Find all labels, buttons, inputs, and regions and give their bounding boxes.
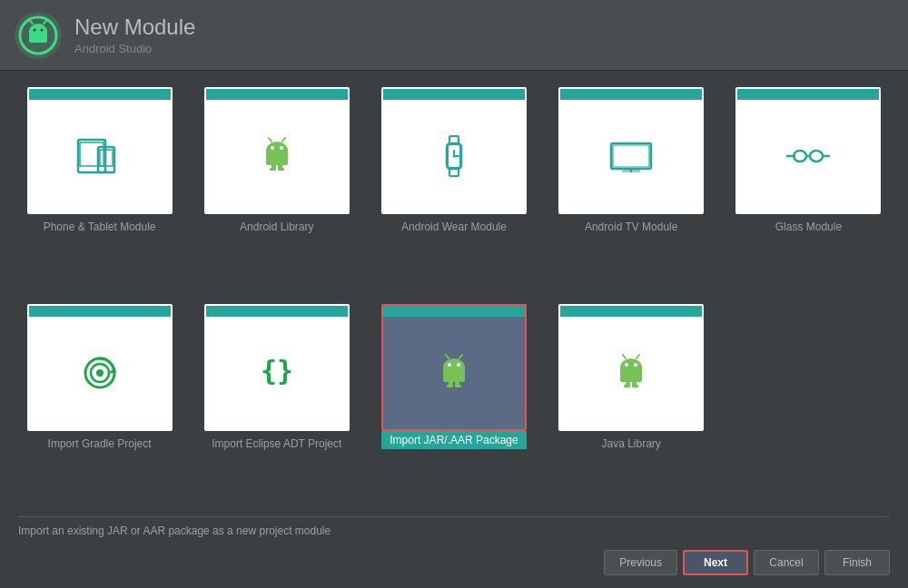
module-card-inner-android-wear (381, 87, 527, 214)
module-label-phone-tablet: Phone & Tablet Module (44, 220, 156, 233)
svg-rect-54 (455, 385, 461, 387)
module-card-inner-android-library (204, 87, 350, 214)
dialog-title: New Module (74, 15, 195, 41)
module-card-android-library[interactable]: Android Library (195, 87, 358, 293)
cancel-button[interactable]: Cancel (754, 550, 819, 575)
card-top-bar (29, 89, 171, 100)
module-card-inner-android-tv (558, 87, 704, 214)
gradle-icon (74, 348, 125, 398)
svg-point-58 (634, 363, 637, 367)
svg-line-60 (637, 355, 639, 358)
svg-point-16 (271, 146, 274, 150)
svg-rect-23 (278, 168, 284, 171)
svg-point-37 (810, 151, 823, 162)
svg-rect-32 (613, 145, 649, 167)
module-label-android-tv: Android TV Module (585, 220, 678, 233)
card-icon-area (560, 317, 702, 429)
svg-rect-64 (632, 385, 638, 387)
module-label-import-jar-aar: Import JAR/.AAR Package (381, 431, 527, 449)
description-bar: Import an existing JAR or AAR package as… (18, 516, 890, 543)
description-text: Import an existing JAR or AAR package as… (18, 524, 331, 537)
card-top-bar (206, 306, 348, 317)
svg-point-17 (280, 146, 283, 150)
svg-point-30 (452, 155, 455, 158)
card-top-bar (29, 306, 171, 317)
card-icon-area (383, 100, 525, 212)
svg-rect-5 (29, 32, 47, 43)
module-card-inner-import-gradle (27, 304, 173, 431)
svg-line-49 (446, 355, 449, 358)
card-icon-area (29, 317, 171, 429)
svg-point-36 (794, 151, 806, 162)
module-card-inner-java-library (558, 304, 704, 431)
svg-point-48 (457, 363, 460, 367)
jar-aar-icon (429, 348, 479, 398)
module-card-import-eclipse[interactable]: {} Import Eclipse ADT Project (195, 304, 358, 510)
module-card-android-tv[interactable]: Android TV Module (550, 87, 713, 293)
glass-icon (783, 131, 834, 181)
card-top-bar (383, 306, 525, 317)
module-label-android-wear: Android Wear Module (401, 220, 507, 233)
main-content: Phone & Tablet Module (0, 71, 908, 588)
header-text-block: New Module Android Studio (74, 15, 195, 56)
svg-rect-46 (443, 368, 465, 382)
module-card-android-wear[interactable]: Android Wear Module (372, 87, 535, 293)
card-icon-area (206, 100, 348, 212)
eclipse-icon: {} (252, 348, 302, 398)
svg-rect-15 (266, 151, 288, 165)
card-top-bar (560, 89, 702, 100)
svg-point-42 (96, 369, 104, 377)
card-top-bar (383, 89, 525, 100)
svg-point-6 (34, 28, 36, 31)
card-icon-area (560, 100, 702, 212)
svg-text:{}: {} (261, 355, 293, 387)
android-wear-icon (429, 131, 479, 181)
module-label-import-gradle: Import Gradle Project (48, 437, 152, 450)
svg-line-18 (269, 138, 271, 142)
svg-point-57 (625, 363, 628, 367)
finish-button[interactable]: Finish (824, 550, 890, 575)
android-tv-icon (606, 131, 656, 181)
svg-rect-10 (78, 140, 105, 172)
module-card-inner-phone-tablet (27, 87, 173, 214)
module-label-import-eclipse: Import Eclipse ADT Project (212, 437, 341, 450)
module-card-inner-import-jar-aar (381, 304, 527, 431)
phone-tablet-icon (74, 131, 125, 181)
module-grid: Phone & Tablet Module (18, 87, 890, 509)
java-library-icon (606, 348, 656, 398)
svg-line-59 (623, 355, 626, 358)
card-top-bar (737, 89, 879, 100)
svg-line-50 (459, 355, 462, 358)
card-top-bar (206, 89, 348, 100)
next-button[interactable]: Next (683, 550, 748, 575)
module-label-glass: Glass Module (775, 220, 842, 233)
svg-rect-56 (620, 368, 642, 382)
android-studio-logo (15, 12, 62, 59)
module-card-java-library[interactable]: Java Library (550, 304, 713, 510)
module-label-java-library: Java Library (602, 437, 661, 450)
previous-button[interactable]: Previous (604, 550, 677, 575)
svg-point-7 (41, 28, 44, 31)
svg-point-47 (448, 363, 451, 367)
card-top-bar (560, 306, 702, 317)
module-card-glass[interactable]: Glass Module (727, 87, 890, 293)
svg-line-19 (282, 138, 285, 142)
card-icon-area (737, 100, 879, 212)
svg-rect-22 (270, 168, 276, 171)
svg-rect-31 (611, 143, 651, 169)
android-library-icon (252, 131, 302, 181)
module-label-android-library: Android Library (240, 220, 313, 233)
card-icon-area: {} (206, 317, 348, 429)
svg-rect-53 (447, 385, 453, 387)
dialog-header: New Module Android Studio (0, 0, 908, 71)
module-card-phone-tablet[interactable]: Phone & Tablet Module (18, 87, 181, 293)
module-card-import-jar-aar[interactable]: Import JAR/.AAR Package (372, 304, 535, 510)
module-card-inner-import-eclipse: {} (204, 304, 350, 431)
dialog-subtitle: Android Studio (74, 42, 195, 55)
card-icon-area (383, 317, 525, 429)
button-bar: Previous Next Cancel Finish (18, 543, 890, 579)
svg-rect-63 (624, 385, 630, 387)
card-icon-area (29, 100, 171, 212)
module-card-import-gradle[interactable]: Import Gradle Project (18, 304, 181, 510)
module-card-inner-glass (735, 87, 881, 214)
